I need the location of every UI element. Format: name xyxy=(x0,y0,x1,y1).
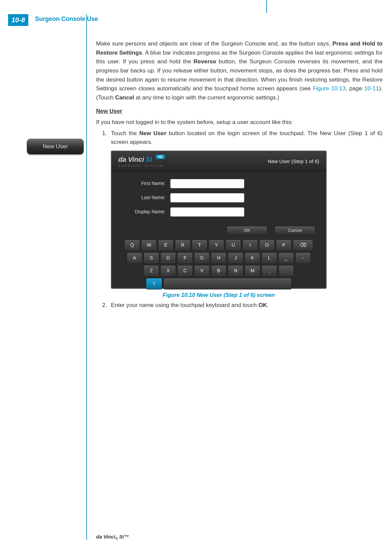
figure-ref-link[interactable]: Figure 10.13 xyxy=(313,85,346,92)
cancel-button[interactable]: Cancel xyxy=(275,226,315,235)
key-n[interactable]: N xyxy=(228,265,243,277)
key-z[interactable]: Z xyxy=(144,265,159,277)
new-user-heading: New User xyxy=(96,107,383,116)
vertical-rule xyxy=(86,14,87,540)
key-k[interactable]: K xyxy=(245,252,260,264)
ok-button[interactable]: OK xyxy=(227,226,267,235)
new-user-intro: If you have not logged in to the system … xyxy=(96,118,383,127)
key-t[interactable]: T xyxy=(192,240,207,251)
page-ref-link[interactable]: 10-11 xyxy=(364,85,379,92)
last-name-label: Last Name: xyxy=(118,194,165,202)
key-j[interactable]: J xyxy=(228,252,243,264)
key-comma[interactable]: , xyxy=(262,265,277,277)
key-underscore[interactable]: _ xyxy=(278,252,294,264)
footer-brand: da Vinci® Si™ xyxy=(96,534,129,540)
key-dash[interactable]: - xyxy=(295,252,311,264)
step-1: 1. Touch the New User button located on … xyxy=(103,129,383,147)
first-name-label: First Name: xyxy=(118,180,165,187)
key-s[interactable]: S xyxy=(144,252,159,264)
key-o[interactable]: O xyxy=(259,240,275,251)
key-q[interactable]: Q xyxy=(124,240,140,251)
screen-step-title: New User (Step 1 of 6) xyxy=(268,157,319,165)
key-r[interactable]: R xyxy=(175,240,190,251)
key-b[interactable]: B xyxy=(211,265,227,277)
touchscreen-mockup: da Vinci Si HD SURGICAL SYSTEM New User … xyxy=(111,151,327,289)
key-a[interactable]: A xyxy=(127,252,142,264)
figure-10-10: da Vinci Si HD SURGICAL SYSTEM New User … xyxy=(111,151,327,289)
section-title: Surgeon Console Use xyxy=(35,16,98,23)
touchscreen-header: da Vinci Si HD SURGICAL SYSTEM New User … xyxy=(112,151,326,172)
key-d[interactable]: D xyxy=(160,252,176,264)
key-backspace[interactable]: ⌫ xyxy=(293,240,313,251)
key-v[interactable]: V xyxy=(194,265,210,277)
key-p[interactable]: P xyxy=(276,240,292,251)
hd-badge: HD xyxy=(156,155,164,159)
key-i[interactable]: I xyxy=(242,240,258,251)
key-shift[interactable]: ⇧ xyxy=(146,278,162,289)
key-m[interactable]: M xyxy=(245,265,260,277)
new-user-button-label: New User xyxy=(43,143,68,150)
display-name-label: Display Name: xyxy=(118,208,165,216)
key-e[interactable]: E xyxy=(158,240,174,251)
key-l[interactable]: L xyxy=(262,252,277,264)
display-name-input[interactable] xyxy=(170,207,244,217)
key-space[interactable] xyxy=(163,278,292,289)
key-f[interactable]: F xyxy=(177,252,193,264)
key-x[interactable]: X xyxy=(160,265,176,277)
key-c[interactable]: C xyxy=(177,265,193,277)
step-2: 2. Enter your name using the touchpad ke… xyxy=(103,301,383,310)
first-name-input[interactable] xyxy=(170,179,244,188)
key-g[interactable]: G xyxy=(194,252,210,264)
new-user-button-graphic: New User xyxy=(27,139,84,154)
key-h[interactable]: H xyxy=(211,252,227,264)
key-y[interactable]: Y xyxy=(209,240,224,251)
key-period[interactable]: . xyxy=(278,265,294,277)
last-name-input[interactable] xyxy=(170,193,244,203)
key-w[interactable]: W xyxy=(141,240,157,251)
page-number-tab: 10-8 xyxy=(8,14,28,26)
davinci-logo: da Vinci Si HD SURGICAL SYSTEM xyxy=(118,154,165,168)
onscreen-keyboard: QWERTYUIOP⌫ ASDFGHJKL_- ZXCVBNM,. ⇧ xyxy=(112,238,326,294)
paragraph-restore-settings: Make sure persons and objects are clear … xyxy=(96,39,383,102)
key-u[interactable]: U xyxy=(225,240,241,251)
vertical-rule-top xyxy=(266,0,267,13)
